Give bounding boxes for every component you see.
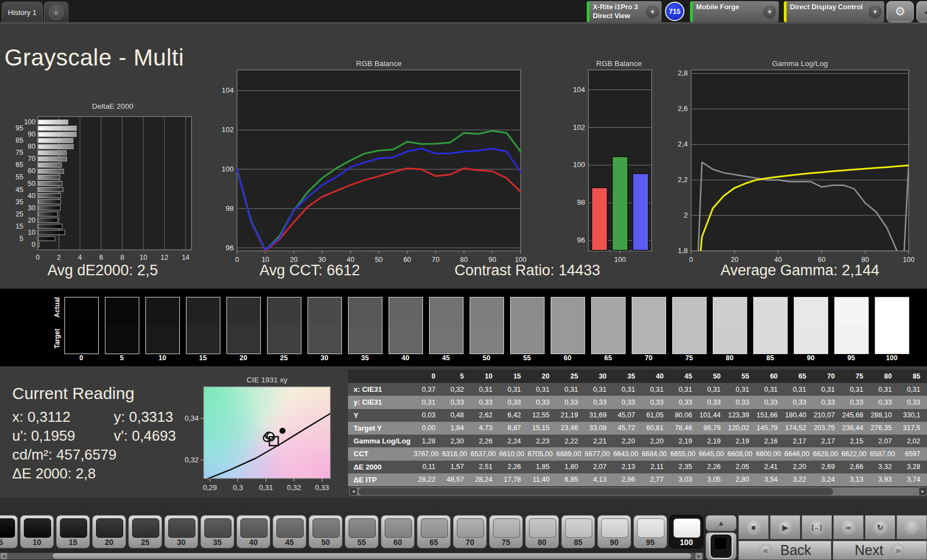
patch-thumbnail-50[interactable]: 50 xyxy=(309,515,342,548)
chevron-down-icon[interactable]: ▼ xyxy=(763,6,776,18)
table-cell: 0,33 xyxy=(556,398,585,406)
swatch-level-label: 90 xyxy=(790,354,831,362)
table-scrollbar-thumb[interactable] xyxy=(359,488,833,495)
display-control-dropdown[interactable]: Direct Display Control ▼ xyxy=(784,1,884,22)
patch-thumbnail-95[interactable]: 95 xyxy=(633,515,667,548)
patch-label: 95 xyxy=(634,538,667,547)
meter-dropdown[interactable]: X-Rite i1Pro 3 Direct View ▼ xyxy=(587,1,662,22)
patch-thumbnail-45[interactable]: 45 xyxy=(273,515,306,548)
patch-thumbnail-60[interactable]: 60 xyxy=(381,515,415,548)
stat-contrast-ratio: Contrast Ratio: 14433 xyxy=(455,262,601,279)
table-cell: 48,57 xyxy=(442,476,470,483)
table-cell: 3,32 xyxy=(870,463,898,471)
table-cell: 0,33 xyxy=(842,398,870,406)
svg-text:2: 2 xyxy=(57,254,61,261)
svg-text:10: 10 xyxy=(139,254,147,261)
thumbnail-scrollbar-thumb[interactable] xyxy=(53,553,691,559)
patch-thumbnail-25[interactable]: 25 xyxy=(128,515,162,548)
rgb-bar-green xyxy=(612,157,628,250)
patch-thumbnail-30[interactable]: 30 xyxy=(164,515,198,548)
patch-label: 20 xyxy=(93,538,125,547)
table-cell: 2,30 xyxy=(442,437,470,445)
patch-thumbnail-75[interactable]: 75 xyxy=(489,515,523,548)
collapse-panel-button[interactable]: ◀ xyxy=(916,1,927,22)
table-row-label: Gamma Log/Log xyxy=(348,437,414,445)
scroll-right-icon[interactable]: ► xyxy=(696,553,702,559)
swatch-target xyxy=(511,326,544,354)
svg-text:1,8: 1,8 xyxy=(678,246,688,255)
patch-thumbnail-100[interactable]: 100 xyxy=(669,515,703,548)
patch-swatch xyxy=(240,518,268,538)
patch-thumbnail-90[interactable]: 90 xyxy=(597,515,631,548)
svg-text:2,6: 2,6 xyxy=(678,104,688,113)
top-bar: History 1 + X-Rite i1Pro 3 Direct View ▼… xyxy=(0,0,927,23)
deltae-bar-20 xyxy=(38,218,58,223)
infinity-button[interactable]: ∞ xyxy=(833,515,864,539)
swatch-target xyxy=(592,326,625,354)
scroll-right-icon[interactable]: ► xyxy=(919,488,926,495)
stop-button[interactable]: ■ xyxy=(738,515,769,539)
patch-thumbnail-80[interactable]: 80 xyxy=(525,515,559,548)
patch-thumbnail-40[interactable]: 40 xyxy=(236,515,270,548)
back-button[interactable]: « Back xyxy=(738,541,832,560)
patch-thumbnail-55[interactable]: 55 xyxy=(345,515,379,548)
next-button[interactable]: Next » xyxy=(833,541,927,560)
tab-history-1[interactable]: History 1 xyxy=(2,2,43,22)
scroll-up-button[interactable]: ▲ xyxy=(706,515,737,531)
patch-label: 85 xyxy=(562,538,595,547)
add-tab-button[interactable]: + xyxy=(44,2,68,22)
swatch-actual xyxy=(592,297,625,326)
patch-swatch xyxy=(24,518,51,538)
swatch-actual xyxy=(673,297,706,326)
range-button[interactable]: [↔] xyxy=(802,515,832,539)
patch-thumbnail-70[interactable]: 70 xyxy=(453,515,487,548)
patch-thumbnail-15[interactable]: 15 xyxy=(56,515,90,548)
grayscale-swatch-10 xyxy=(145,297,180,354)
table-cell: 6677,00 xyxy=(585,450,613,458)
grayscale-swatch-85 xyxy=(753,297,788,354)
table-cell: 3,74 xyxy=(899,476,927,483)
table-cell: 0,31 xyxy=(727,386,755,393)
table-cell: 0,33 xyxy=(528,398,556,406)
swatch-actual xyxy=(146,297,179,326)
patch-thumbnail-65[interactable]: 65 xyxy=(417,515,451,548)
source-name: Mobile Forge xyxy=(696,3,739,12)
scroll-left-icon[interactable]: ◄ xyxy=(350,488,357,495)
table-row: x: CIE310,370,320,310,310,310,310,310,31… xyxy=(348,383,927,396)
blank-button[interactable] xyxy=(896,515,927,539)
deltae-bar-55 xyxy=(38,175,60,179)
svg-text:98: 98 xyxy=(226,204,234,213)
svg-text:104: 104 xyxy=(221,86,234,94)
swatch-actual xyxy=(65,297,98,326)
source-dropdown[interactable]: Mobile Forge ▼ xyxy=(690,1,779,22)
swatch-actual xyxy=(713,297,747,326)
table-cell: 0,33 xyxy=(671,398,699,406)
table-cell: 3,54 xyxy=(756,476,784,483)
chevron-down-icon[interactable]: ▼ xyxy=(646,6,659,18)
table-scrollbar[interactable]: ◄ ► xyxy=(349,487,927,496)
meter-count-badge[interactable]: 715 xyxy=(665,2,684,21)
svg-text:40: 40 xyxy=(28,192,36,200)
patch-thumbnail-85[interactable]: 85 xyxy=(561,515,595,548)
patch-thumbnail-20[interactable]: 20 xyxy=(92,515,126,548)
loop-button[interactable]: ↻ xyxy=(865,515,895,539)
table-cell: 0,03 xyxy=(414,411,442,419)
patch-thumbnail-5[interactable]: 5 xyxy=(0,515,18,548)
patch-thumbnail-35[interactable]: 35 xyxy=(200,515,234,548)
table-row-label: y: CIE31 xyxy=(348,398,414,406)
settings-button[interactable]: ⚙ xyxy=(886,1,914,22)
table-cell: 2,19 xyxy=(699,437,727,445)
rgb-balance-line-chart: 96981001021040102030405060708090100 xyxy=(216,61,527,262)
thumbnail-scrollbar[interactable]: ◄ ► xyxy=(0,553,703,559)
patch-thumbnail-10[interactable]: 10 xyxy=(20,515,54,548)
table-cell: 151,66 xyxy=(756,411,784,419)
table-cell: 0,31 xyxy=(613,386,642,393)
swatch-actual xyxy=(511,297,544,326)
table-cell: 6645,00 xyxy=(699,450,727,458)
play-button[interactable]: ▶ xyxy=(770,515,800,539)
chevron-down-icon[interactable]: ▼ xyxy=(869,6,881,18)
svg-text:12: 12 xyxy=(160,254,168,261)
scroll-left-icon[interactable]: ◄ xyxy=(1,553,7,559)
patch-label: 100 xyxy=(670,538,703,547)
pattern-window-button[interactable] xyxy=(706,532,737,560)
